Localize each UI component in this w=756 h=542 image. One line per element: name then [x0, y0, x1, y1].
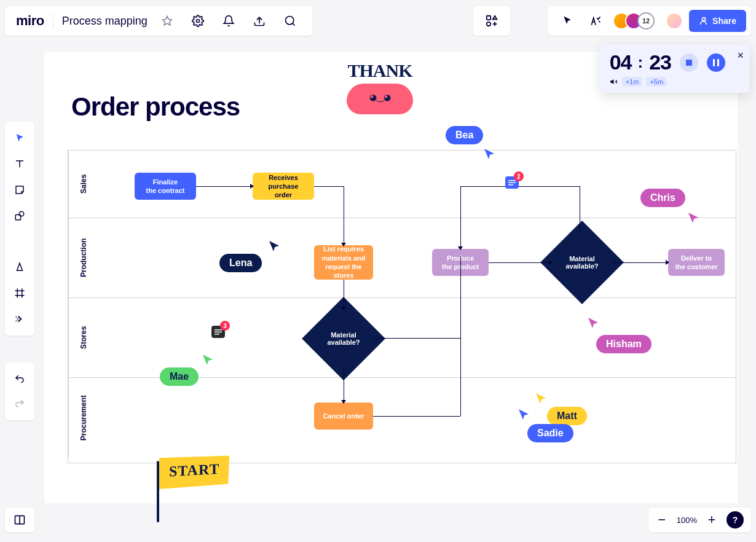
svg-rect-5 — [487, 16, 490, 20]
lane-procurement: Procurement Cancel order — [68, 378, 736, 458]
node-deliver[interactable]: Deliver to the customer — [668, 249, 725, 276]
timer-minutes: 04 — [610, 50, 632, 74]
cursor-arrow-lena — [268, 240, 282, 253]
svg-marker-6 — [493, 16, 497, 20]
more-tools[interactable] — [7, 307, 32, 331]
search-icon[interactable] — [279, 10, 301, 32]
reactions-icon[interactable] — [585, 10, 607, 32]
swimlane-diagram[interactable]: Sales Finalize the contract Receives pur… — [68, 150, 736, 463]
shape-tool[interactable] — [7, 204, 32, 227]
cursor-arrow-matt — [535, 392, 548, 406]
canvas-title[interactable]: Order process — [71, 92, 240, 122]
cursor-hisham: Hisham — [596, 335, 652, 353]
left-toolbar — [5, 122, 34, 336]
node-finalize[interactable]: Finalize the contract — [135, 173, 196, 200]
svg-rect-25 — [508, 183, 516, 184]
timer-colon: : — [638, 53, 644, 72]
start-flag-text: START — [159, 454, 229, 489]
zoom-level[interactable]: 100% — [677, 516, 697, 525]
svg-rect-24 — [508, 180, 516, 181]
svg-rect-27 — [215, 329, 222, 331]
comment-bubble[interactable]: 3 — [211, 326, 225, 338]
zoom-out-button[interactable]: − — [656, 512, 668, 528]
lane-sales: Sales Finalize the contract Receives pur… — [68, 151, 736, 218]
timer-panel: × 04 : 23 +1m +5m — [600, 44, 750, 93]
svg-rect-13 — [717, 59, 719, 66]
cursor-lena: Lena — [219, 254, 262, 272]
share-label: Share — [712, 16, 736, 26]
divider — [53, 14, 53, 28]
avatar-overflow: 12 — [637, 12, 655, 29]
person-icon — [699, 16, 709, 26]
sound-icon[interactable] — [610, 77, 618, 86]
node-list-requires[interactable]: List requires materials and request the … — [314, 245, 373, 280]
close-icon[interactable]: × — [737, 49, 744, 62]
svg-point-3 — [285, 17, 293, 25]
svg-point-1 — [196, 20, 199, 23]
lane-production: Production List requires materials and r… — [68, 218, 736, 298]
redo-button[interactable] — [7, 392, 32, 415]
undo-button[interactable] — [7, 367, 32, 391]
board-title[interactable]: Process mapping — [62, 15, 148, 28]
arrow-tool[interactable] — [7, 230, 32, 253]
timer-pause-button[interactable] — [707, 53, 725, 72]
export-icon[interactable] — [248, 10, 270, 32]
cursor-arrow-mae — [202, 353, 215, 367]
frames-panel-button[interactable] — [5, 508, 34, 532]
lane-label-procurement: Procurement — [68, 378, 98, 458]
cursor-chris: Chris — [640, 189, 685, 207]
lane-label-production: Production — [68, 218, 98, 297]
node-cancel[interactable]: Cancel order — [314, 403, 373, 430]
undo-redo-toolbar — [5, 363, 34, 420]
apps-icon — [485, 14, 498, 28]
select-tool[interactable] — [7, 127, 32, 150]
notification-icon[interactable] — [218, 10, 240, 32]
current-user-avatar[interactable] — [666, 12, 683, 29]
cursor-arrow-bea — [483, 147, 497, 161]
pen-tool[interactable] — [7, 256, 32, 279]
node-receives[interactable]: Receives purchase order — [253, 173, 314, 200]
svg-rect-29 — [215, 334, 219, 335]
text-tool[interactable] — [7, 152, 32, 176]
thank-you-sticker[interactable]: THANK Y ◕‿◕ U — [343, 60, 417, 114]
svg-rect-11 — [686, 60, 692, 66]
cursor-bea: Bea — [446, 126, 483, 144]
apps-button[interactable] — [473, 6, 510, 36]
miro-logo[interactable]: miro — [16, 13, 44, 29]
start-flag-sticker[interactable]: START — [157, 461, 159, 522]
cursor-arrow-chris — [687, 211, 701, 225]
cursor-sadie: Sadie — [527, 424, 573, 442]
avatar-stack[interactable]: 12 — [613, 12, 655, 29]
collaboration-bar: 12 Share — [548, 6, 751, 36]
svg-rect-12 — [713, 59, 715, 66]
share-button[interactable]: Share — [689, 10, 746, 32]
zoom-controls: − 100% + ? — [648, 508, 751, 532]
svg-point-10 — [702, 18, 705, 21]
lane-label-sales: Sales — [68, 151, 98, 218]
comment-count: 3 — [220, 321, 230, 331]
comment-bubble[interactable]: 2 — [505, 176, 519, 189]
timer-add-1m[interactable]: +1m — [622, 77, 643, 87]
thank-text: THANK — [343, 60, 417, 81]
sticky-note-tool[interactable] — [7, 178, 32, 202]
svg-line-4 — [293, 23, 295, 26]
svg-marker-0 — [162, 17, 171, 25]
cursor-arrow-hisham — [587, 316, 600, 330]
canvas[interactable]: Order process THANK Y ◕‿◕ U Sales Finali… — [44, 52, 738, 503]
timer-stop-button[interactable] — [680, 53, 698, 72]
cursor-mode-icon[interactable] — [556, 10, 578, 32]
header-bar: miro Process mapping — [5, 6, 312, 36]
star-icon[interactable] — [156, 10, 178, 32]
comment-icon — [508, 179, 516, 186]
svg-rect-28 — [215, 332, 222, 333]
zoom-in-button[interactable]: + — [706, 512, 718, 528]
settings-icon[interactable] — [187, 10, 209, 32]
svg-point-17 — [19, 211, 24, 216]
timer-add-5m[interactable]: +5m — [646, 77, 667, 87]
help-button[interactable]: ? — [726, 511, 744, 528]
comment-count: 2 — [514, 171, 524, 181]
cursor-matt: Matt — [547, 407, 587, 425]
svg-rect-26 — [508, 184, 513, 186]
timer-seconds: 23 — [649, 50, 671, 74]
frame-tool[interactable] — [7, 281, 32, 305]
